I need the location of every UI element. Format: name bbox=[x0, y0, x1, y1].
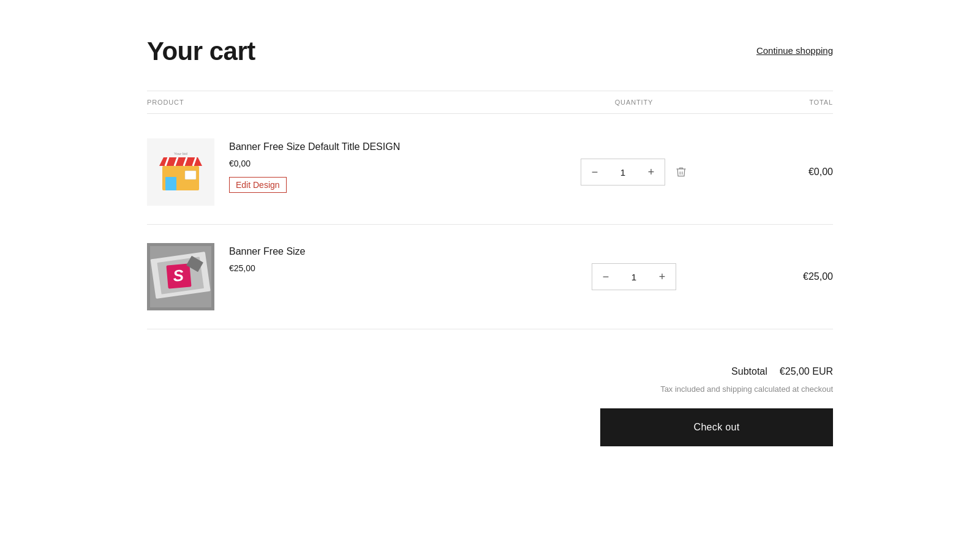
product-image-1: Your bid bbox=[147, 138, 214, 206]
product-image-2: S bbox=[147, 243, 214, 310]
subtotal-label: Subtotal bbox=[731, 366, 767, 377]
quantity-wrapper-2: − + bbox=[592, 263, 676, 290]
checkout-button[interactable]: Check out bbox=[600, 408, 833, 446]
product-info-2: S Banner Free Size €25,00 bbox=[147, 243, 557, 310]
product-details-1: Banner Free Size Default Title DESIGN €0… bbox=[229, 138, 400, 193]
quantity-input-1[interactable] bbox=[608, 167, 638, 178]
product-name-1: Banner Free Size Default Title DESIGN bbox=[229, 141, 400, 154]
quantity-input-2[interactable] bbox=[619, 272, 649, 282]
product-name-2: Banner Free Size bbox=[229, 246, 306, 258]
col-product-header: PRODUCT bbox=[147, 99, 557, 106]
quantity-control-1: − + bbox=[557, 159, 710, 186]
cart-header: Your cart Continue shopping bbox=[147, 37, 833, 66]
edit-design-button-1[interactable]: Edit Design bbox=[229, 177, 287, 193]
subtotal-value: €25,00 EUR bbox=[780, 366, 833, 377]
product-price-2: €25,00 bbox=[229, 263, 306, 273]
cart-item-1: Your bid Banner Free Size Default Title … bbox=[147, 120, 833, 225]
quantity-control-2: − + bbox=[557, 263, 710, 290]
quantity-wrapper-1: − + bbox=[581, 159, 665, 186]
quantity-increase-2[interactable]: + bbox=[649, 263, 676, 290]
item-total-1: €0,00 bbox=[710, 167, 833, 178]
cart-item-2: S Banner Free Size €25,00 − + €25 bbox=[147, 225, 833, 329]
quantity-increase-1[interactable]: + bbox=[638, 159, 665, 186]
subtotal-row: Subtotal €25,00 EUR bbox=[147, 366, 833, 377]
svg-text:Your bid: Your bid bbox=[174, 152, 187, 156]
continue-shopping-button[interactable]: Continue shopping bbox=[756, 45, 833, 56]
col-quantity-header: QUANTITY bbox=[557, 99, 710, 106]
delete-item-1[interactable] bbox=[675, 166, 687, 178]
tax-note: Tax included and shipping calculated at … bbox=[147, 384, 833, 394]
product-price-1: €0,00 bbox=[229, 159, 400, 168]
cart-table-header: PRODUCT QUANTITY TOTAL bbox=[147, 91, 833, 114]
product-info-1: Your bid Banner Free Size Default Title … bbox=[147, 138, 557, 206]
cart-footer: Subtotal €25,00 EUR Tax included and shi… bbox=[147, 354, 833, 446]
quantity-decrease-2[interactable]: − bbox=[592, 263, 619, 290]
item-total-2: €25,00 bbox=[710, 271, 833, 282]
page-title: Your cart bbox=[147, 37, 255, 66]
product-details-2: Banner Free Size €25,00 bbox=[229, 243, 306, 282]
svg-rect-2 bbox=[185, 171, 196, 179]
svg-text:S: S bbox=[172, 266, 185, 285]
col-total-header: TOTAL bbox=[710, 99, 833, 106]
quantity-decrease-1[interactable]: − bbox=[581, 159, 608, 186]
svg-rect-1 bbox=[165, 177, 176, 190]
